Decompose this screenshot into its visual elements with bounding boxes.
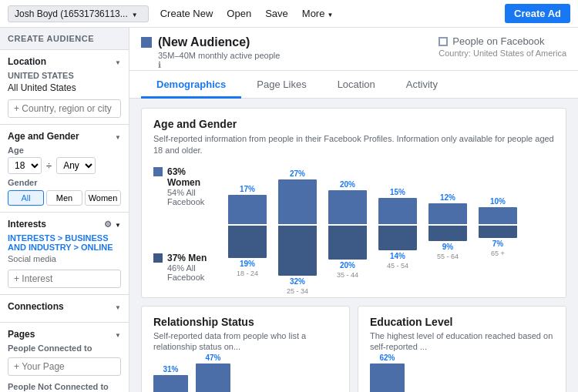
bars-area: 17%27%20%15%12%10% 19%18 - 2432%25 - 342… (224, 166, 554, 288)
tab-activity[interactable]: Activity (391, 71, 453, 99)
women-pct-label-3: 15% (390, 188, 405, 196)
rel-pct-2: 47% (205, 353, 220, 362)
women-bar-0 (228, 195, 267, 224)
pages-chevron-icon (115, 330, 121, 339)
tab-location[interactable]: Location (322, 71, 391, 99)
relationship-subtitle: Self-reported data from people who list … (153, 330, 338, 353)
women-pct-label-0: 17% (240, 185, 255, 193)
edu-pct-1: 62% (379, 353, 395, 362)
rel-bar-1: 31% (153, 365, 188, 392)
main-content: (New Audience) 35M–40M monthly active pe… (129, 28, 578, 392)
women-bar-col-1: 27% (274, 166, 321, 224)
main-layout: CREATE AUDIENCE Location UNITED STATES A… (0, 28, 578, 392)
age-gender-chart-section: Age and Gender Self-reported information… (141, 108, 566, 298)
rel-bar-block-1 (153, 375, 188, 392)
women-bars-row: 17%27%20%15%12%10% (224, 166, 554, 224)
audience-header: (New Audience) 35M–40M monthly active pe… (129, 28, 578, 71)
education-subtitle: The highest level of education reached b… (370, 330, 554, 353)
women-bar-col-0: 17% (224, 166, 271, 224)
men-pct-label-4: 9% (442, 243, 453, 251)
gender-all-button[interactable]: All (8, 190, 44, 206)
gender-women-button[interactable]: Women (85, 190, 121, 206)
interests-input[interactable] (8, 270, 121, 288)
more-button[interactable]: More (302, 8, 334, 19)
women-dot-icon (153, 167, 163, 176)
men-pct-label-2: 20% (340, 261, 355, 270)
audience-subtitle: 35M–40M monthly active people (158, 51, 280, 60)
connections-section-header[interactable]: Connections (8, 301, 121, 312)
save-button[interactable]: Save (265, 8, 288, 19)
men-pct-label-1: 32% (290, 277, 305, 286)
content-area: Age and Gender Self-reported information… (129, 99, 578, 392)
connections-section: Connections (0, 295, 129, 323)
men-bar-col-2: 20%35 - 44 (324, 226, 371, 279)
women-bar-1 (278, 179, 317, 224)
location-section: Location UNITED STATES All United States (0, 50, 129, 125)
location-chevron-icon (115, 58, 121, 66)
interests-section-header[interactable]: Interests (8, 219, 121, 230)
location-input[interactable] (8, 99, 121, 118)
age-range-label-4: 55 - 64 (437, 253, 459, 260)
info-icon: ℹ (158, 60, 280, 70)
tabs: Demographics Page Likes Location Activit… (129, 71, 578, 99)
women-legend: 63% Women 54% All Facebook (153, 166, 215, 206)
sidebar-header: CREATE AUDIENCE (0, 28, 129, 50)
account-chevron-icon (132, 8, 138, 19)
women-bar-3 (378, 198, 417, 224)
age-gender-subtitle: Self-reported information from people in… (153, 133, 554, 157)
create-new-button[interactable]: Create New (160, 8, 213, 19)
women-pct: 63% Women (167, 166, 215, 188)
bottom-charts: Relationship Status Self-reported data f… (141, 306, 566, 392)
age-gender-chart-container: 63% Women 54% All Facebook 37% Men 46% A… (153, 166, 554, 288)
age-range-label-2: 35 - 44 (337, 271, 358, 279)
relationship-bars: 31% 47% (153, 360, 338, 392)
women-bar-col-4: 12% (425, 166, 471, 224)
education-bars: 62% (370, 360, 554, 392)
women-bar-4 (428, 203, 467, 224)
women-bar-col-2: 20% (324, 166, 371, 224)
nav-actions: Create New Open Save More (160, 8, 505, 19)
age-row: 18 ÷ Any (8, 157, 121, 174)
location-section-header[interactable]: Location (8, 56, 121, 67)
tab-page-likes[interactable]: Page Likes (241, 71, 321, 99)
people-on-fb-country: Country: United States of America (439, 49, 566, 58)
people-on-fb-label: People on Facebook (452, 35, 544, 47)
age-from-select[interactable]: 18 (8, 157, 42, 174)
women-pct-label-5: 10% (490, 197, 506, 206)
women-sub: 54% All Facebook (167, 188, 215, 206)
open-button[interactable]: Open (227, 8, 251, 19)
age-to-select[interactable]: Any (56, 157, 96, 174)
rel-bar-block-2 (196, 364, 230, 392)
account-selector[interactable]: Josh Boyd (16531736113... (8, 5, 149, 22)
tab-demographics[interactable]: Demographics (141, 71, 241, 99)
rel-pct-1: 31% (163, 365, 178, 374)
men-dot-icon (153, 253, 163, 263)
age-range-label-3: 45 - 54 (387, 262, 408, 270)
age-range-label-5: 65 + (491, 250, 505, 257)
audience-title-block: (New Audience) 35M–40M monthly active pe… (141, 35, 280, 70)
audience-info: (New Audience) 35M–40M monthly active pe… (158, 35, 280, 70)
chart-legend: 63% Women 54% All Facebook 37% Men 46% A… (153, 166, 215, 288)
connected-page-input[interactable] (8, 357, 121, 376)
interests-section: Interests INTERESTS > BUSINESS AND INDUS… (0, 213, 129, 295)
edu-bar-block-1 (370, 364, 405, 392)
age-range-label-0: 18 - 24 (237, 270, 258, 277)
men-bar-col-1: 32%25 - 34 (274, 226, 321, 295)
women-bar-5 (479, 207, 517, 224)
pages-section-header[interactable]: Pages (8, 329, 121, 340)
men-bar-5 (479, 226, 517, 238)
women-bar-col-5: 10% (475, 166, 521, 224)
education-title: Education Level (370, 316, 554, 328)
age-gender-title: Age and Gender (153, 118, 554, 130)
age-gender-chevron-icon (115, 132, 121, 141)
people-on-fb-dot (439, 37, 448, 46)
age-gender-section: Age and Gender Age 18 ÷ Any Gender All M… (0, 125, 129, 213)
men-pct-label-3: 14% (390, 252, 405, 260)
men-legend: 37% Men 46% All Facebook (153, 253, 215, 282)
age-gender-section-header[interactable]: Age and Gender (8, 131, 121, 142)
men-bar-0 (228, 226, 267, 258)
create-ad-button[interactable]: Create Ad (505, 4, 570, 23)
men-bar-2 (328, 226, 367, 260)
gender-men-button[interactable]: Men (46, 190, 82, 206)
age-range-label-1: 25 - 34 (287, 287, 308, 295)
